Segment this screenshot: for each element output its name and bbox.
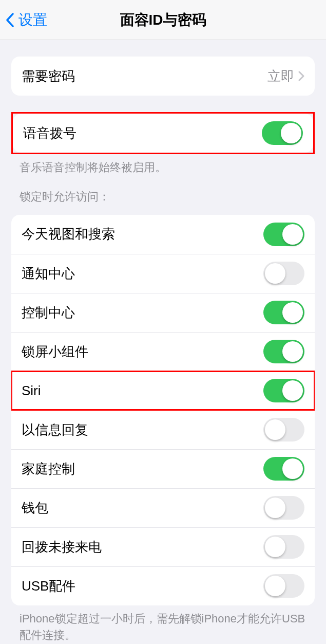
lock-access-label-reply-message: 以信息回复 xyxy=(22,421,263,439)
lock-access-row-home: 家庭控制 xyxy=(11,449,315,488)
lock-access-toggle-return-calls[interactable] xyxy=(263,535,304,559)
lock-access-group: 今天视图和搜索通知中心控制中心锁屏小组件Siri以信息回复家庭控制钱包回拨未接来… xyxy=(11,215,315,605)
voice-dial-highlight: 语音拨号 xyxy=(11,112,315,154)
lock-access-label-usb: USB配件 xyxy=(22,577,263,595)
back-label: 设置 xyxy=(18,10,47,30)
lock-access-toggle-usb[interactable] xyxy=(263,574,304,598)
lock-access-toggle-wallet[interactable] xyxy=(263,496,304,520)
lock-access-toggle-widgets[interactable] xyxy=(263,340,304,363)
voice-dial-group: 语音拨号 xyxy=(13,114,313,153)
lock-access-toggle-today[interactable] xyxy=(263,223,304,246)
page-title: 面容ID与密码 xyxy=(0,10,326,30)
lock-access-label-widgets: 锁屏小组件 xyxy=(22,343,263,361)
lock-access-header: 锁定时允许访问： xyxy=(0,176,326,209)
passcode-group: 需要密码 立即 xyxy=(11,57,315,96)
lock-access-row-reply-message: 以信息回复 xyxy=(11,410,315,449)
lock-access-row-control-center: 控制中心 xyxy=(11,293,315,332)
lock-access-toggle-notifications[interactable] xyxy=(263,262,304,285)
lock-access-label-control-center: 控制中心 xyxy=(22,304,263,322)
lock-access-row-siri: Siri xyxy=(11,371,315,410)
lock-access-toggle-reply-message[interactable] xyxy=(263,418,304,441)
chevron-left-icon xyxy=(5,12,14,28)
voice-dial-label: 语音拨号 xyxy=(23,124,262,142)
lock-access-row-widgets: 锁屏小组件 xyxy=(11,332,315,371)
lock-access-row-notifications: 通知中心 xyxy=(11,254,315,293)
lock-access-footer: iPhone锁定超过一小时后，需先解锁iPhone才能允许USB配件连接。 xyxy=(0,605,326,643)
require-passcode-label: 需要密码 xyxy=(22,67,267,85)
chevron-right-icon xyxy=(298,71,304,81)
voice-dial-row: 语音拨号 xyxy=(13,114,313,153)
lock-access-toggle-siri[interactable] xyxy=(263,379,304,402)
lock-access-row-today: 今天视图和搜索 xyxy=(11,215,315,254)
lock-access-row-wallet: 钱包 xyxy=(11,488,315,527)
lock-access-label-wallet: 钱包 xyxy=(22,499,263,517)
lock-access-label-return-calls: 回拨未接来电 xyxy=(22,538,263,556)
back-button[interactable]: 设置 xyxy=(5,10,47,30)
lock-access-row-usb: USB配件 xyxy=(11,566,315,605)
require-passcode-value: 立即 xyxy=(267,67,294,85)
lock-access-row-return-calls: 回拨未接来电 xyxy=(11,527,315,566)
lock-access-label-notifications: 通知中心 xyxy=(22,265,263,283)
lock-access-label-home: 家庭控制 xyxy=(22,460,263,478)
lock-access-toggle-control-center[interactable] xyxy=(263,301,304,324)
require-passcode-row[interactable]: 需要密码 立即 xyxy=(11,57,315,96)
lock-access-toggle-home[interactable] xyxy=(263,457,304,481)
voice-dial-toggle[interactable] xyxy=(262,121,303,145)
lock-access-label-siri: Siri xyxy=(22,383,263,399)
voice-dial-footer: 音乐语音控制将始终被启用。 xyxy=(0,154,326,176)
lock-access-label-today: 今天视图和搜索 xyxy=(22,225,263,243)
nav-header: 设置 面容ID与密码 xyxy=(0,0,326,40)
